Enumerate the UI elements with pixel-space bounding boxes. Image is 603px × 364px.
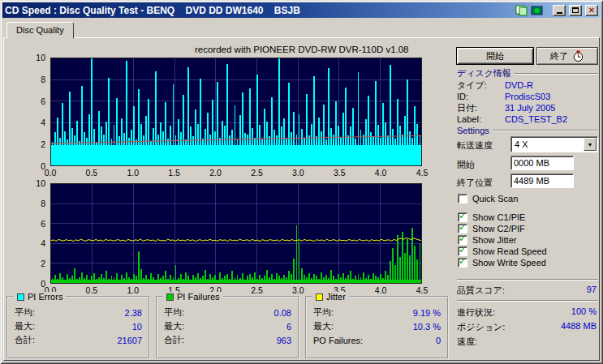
x-tick-label: 2.0 (209, 168, 222, 178)
stat-value: 21607 (117, 336, 142, 345)
stats-panel-header: PI Failures (163, 292, 223, 302)
checkbox-label: Show C2/PIF (472, 224, 525, 233)
y-tick-label: 8 (41, 75, 45, 84)
checkbox-label: Show Jitter (472, 235, 516, 245)
stat-value: 6 (286, 322, 291, 332)
status-value: 4488 MB (561, 321, 597, 336)
exit-button-label: 終了 (550, 50, 568, 62)
checkbox-quick-scan[interactable]: Quick Scan (458, 193, 547, 204)
check-icon: ✓ (459, 210, 467, 221)
checkbox-show-c1-pie[interactable]: ✓Show C1/PIE (458, 212, 547, 223)
pi-errors-chart (50, 58, 422, 166)
start-position-input[interactable] (510, 156, 574, 170)
stats-panel-title: Jitter (326, 292, 346, 302)
x-tick-label: 3.0 (292, 168, 304, 178)
stat-row: 最大:6 (164, 319, 291, 333)
stats-panel-header: Jitter (312, 292, 349, 302)
checkbox-show-c2-pif[interactable]: ✓Show C2/PIF (458, 223, 547, 234)
stat-value: 0.08 (274, 308, 291, 318)
disc-info-label: タイプ: (457, 79, 505, 92)
pages-icon[interactable] (515, 5, 528, 16)
disc-info-row: Label:CDS_TEST_B2 (457, 113, 598, 125)
exit-button[interactable]: 終了 (536, 47, 598, 65)
checkbox-label: Show Write Speed (472, 258, 546, 268)
checkbox-label: Show C1/PIE (472, 212, 525, 222)
x-tick-label: 1.0 (127, 168, 139, 178)
stat-label: 合計: (164, 334, 184, 346)
x-tick-label: 0.5 (86, 168, 98, 178)
stat-value: 10 (132, 322, 142, 332)
quality-score-row: 品質スコア: 97 (457, 285, 597, 297)
header-rule (515, 73, 598, 75)
stat-row: 最大:10 (15, 319, 142, 333)
settings-section-header: Settings (457, 125, 598, 135)
options-checkbox-list: Quick Scan✓Show C1/PIE✓Show C2/PIF✓Show … (458, 193, 547, 268)
quality-score-value: 97 (587, 285, 597, 297)
maximize-button[interactable] (569, 5, 582, 16)
y-tick-label: 6 (41, 96, 45, 106)
separator (457, 300, 598, 302)
end-position-label: 終了位置 (457, 177, 493, 189)
transfer-speed-value: 4 X (511, 139, 584, 149)
x-tick-label: 0.0 (45, 168, 57, 178)
minimize-icon (557, 12, 562, 14)
window-title: CD Speed : Disc Quality Test - BENQ DVD … (5, 5, 515, 16)
checkbox-box[interactable]: ✓ (458, 258, 467, 268)
status-label: 速度: (457, 336, 477, 350)
checkbox-show-read-speed[interactable]: ✓Show Read Speed (458, 246, 547, 257)
stat-row: 平均:9.19 % (313, 306, 441, 319)
y-tick-label: 10 (36, 53, 45, 62)
stat-row: 平均:0.08 (164, 306, 291, 319)
stat-label: 最大: (15, 320, 35, 332)
disc-info-row: ID:ProdiscS03 (457, 91, 598, 102)
clock-icon (572, 50, 584, 62)
start-button-label: 開始 (486, 50, 504, 62)
checkbox-label: Quick Scan (472, 194, 518, 203)
stats-panels: PI Errors平均:2.38最大:10合計:21607PI Failures… (6, 296, 449, 359)
close-button[interactable]: ✕ (585, 5, 598, 16)
disc-info-label: 日付: (457, 102, 505, 114)
pi-failures-y-axis: 1086420 (28, 183, 47, 284)
x-tick-label: 3.5 (334, 168, 346, 178)
settings-header-label: Settings (457, 126, 493, 135)
disc-info-value: CDS_TEST_B2 (505, 114, 567, 124)
y-tick-label: 2 (41, 139, 45, 149)
header-rule (493, 130, 598, 131)
stats-panel-pi-failures: PI Failures平均:0.08最大:6合計:963 (156, 296, 299, 359)
status-label: 進行状況: (457, 306, 495, 321)
minimize-button[interactable] (553, 5, 566, 16)
y-tick-label: 10 (36, 178, 45, 188)
checkbox-show-jitter[interactable]: ✓Show Jitter (458, 234, 547, 246)
checkbox-show-write-speed[interactable]: ✓Show Write Speed (458, 257, 547, 268)
start-button[interactable]: 開始 (456, 47, 534, 65)
y-tick-label: 4 (41, 238, 45, 248)
x-tick-label: 2.5 (251, 168, 263, 178)
status-value: 100 % (571, 306, 597, 321)
checkbox-label: Show Read Speed (472, 246, 547, 256)
stat-value: 2.38 (125, 308, 142, 318)
recorded-with-text: recorded with PIONEER DVD-RW DVR-110D v1… (195, 45, 409, 54)
x-tick-label: 0.5 (86, 285, 98, 295)
stat-label: 平均: (15, 306, 35, 319)
x-tick-label: 4.0 (375, 168, 387, 178)
y-tick-label: 6 (41, 219, 45, 229)
status-row: 速度: (457, 336, 597, 350)
status-label: ポジション: (457, 321, 505, 336)
disc-drive-icon[interactable] (531, 5, 544, 16)
disc-info-value: DVD-R (505, 80, 533, 90)
stats-panel-pi-errors: PI Errors平均:2.38最大:10合計:21607 (6, 296, 150, 359)
checkbox-box[interactable] (458, 194, 467, 203)
end-position-input[interactable] (510, 173, 574, 188)
title-bar: CD Speed : Disc Quality Test - BENQ DVD … (2, 2, 601, 18)
tab-disc-quality[interactable]: Disc Quality (6, 22, 74, 39)
pi-errors-legend-icon (17, 293, 24, 301)
stat-value: 9.19 % (413, 308, 441, 318)
y-tick-label: 4 (41, 118, 45, 127)
status-row: 進行状況:100 % (457, 306, 597, 321)
x-tick-label: 2.5 (251, 285, 263, 295)
chevron-down-icon[interactable]: ▼ (584, 138, 597, 151)
pi-errors-y-axis: 1086420 (28, 58, 47, 166)
y-tick-label: 8 (41, 199, 45, 208)
disc-info-row: タイプ:DVD-R (457, 79, 598, 91)
transfer-speed-select[interactable]: 4 X ▼ (510, 136, 598, 152)
